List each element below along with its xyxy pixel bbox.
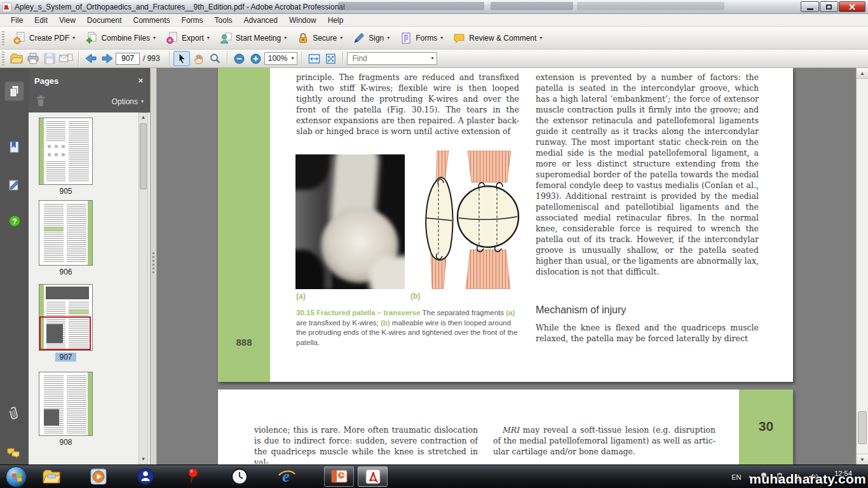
tasks-toolbar: Create PDF ▾ Combine Files ▾ Export ▾ [0, 27, 868, 50]
zoom-out-button[interactable] [231, 51, 248, 66]
email-button[interactable] [58, 51, 74, 66]
zoom-in-button[interactable] [248, 51, 264, 66]
menu-forms[interactable]: Forms [176, 15, 209, 26]
title-bar: Apley_s_System_of_Orthopaedics_and_Fract… [0, 0, 868, 14]
taskbar-powerpoint-button[interactable] [324, 466, 354, 487]
panel-splitter[interactable] [150, 68, 157, 464]
bookmarks-tab[interactable] [4, 137, 24, 157]
find-box[interactable]: ▾ [347, 52, 437, 65]
print-button[interactable] [25, 51, 41, 66]
media-player-icon [90, 468, 107, 485]
taskbar-blue-app-icon[interactable] [136, 467, 155, 486]
menu-edit[interactable]: Edit [29, 15, 53, 26]
menu-comments[interactable]: Comments [128, 15, 176, 26]
page-thumbnail-906[interactable] [39, 200, 93, 266]
pages-panel-close[interactable]: × [138, 76, 143, 85]
scrollbar-thumb[interactable] [858, 411, 867, 444]
windows-flag-icon [12, 473, 22, 482]
find-input[interactable] [351, 53, 421, 64]
fit-page-button[interactable] [322, 51, 339, 66]
background-window-artifact [338, 2, 484, 10]
toolbar-grip[interactable] [2, 51, 4, 65]
page-view-indicator[interactable] [39, 316, 91, 350]
pages-options-button[interactable]: Options ▾ [112, 97, 144, 106]
fit-width-button[interactable] [306, 51, 322, 66]
pages-icon [8, 85, 22, 98]
pages-panel-title: Pages [34, 76, 58, 86]
scrollbar-thumb[interactable] [140, 123, 147, 189]
zoom-level-select[interactable]: 100% ▾ [264, 52, 298, 65]
next-arrow-icon [101, 53, 114, 64]
printer-icon [27, 53, 39, 64]
menu-file[interactable]: File [5, 15, 29, 26]
taskbar-media-player-icon[interactable] [89, 467, 108, 486]
minimize-button[interactable] [801, 1, 819, 12]
next-page-button[interactable] [99, 51, 116, 66]
start-button[interactable] [6, 466, 27, 487]
dropdown-caret-icon: ▾ [153, 36, 156, 41]
forms-button[interactable]: Forms ▾ [395, 30, 448, 46]
figure-caption: 30.15 Fractured patella – transverse The… [296, 308, 522, 348]
combine-files-icon [85, 32, 98, 44]
save-icon [44, 53, 55, 64]
scroll-down-icon[interactable]: ▼ [857, 454, 868, 464]
delete-page-button[interactable] [35, 95, 46, 110]
menu-advanced[interactable]: Advanced [238, 15, 283, 26]
document-scrollbar[interactable]: ▲ ▼ [856, 68, 868, 464]
secure-button[interactable]: Secure ▾ [292, 30, 348, 46]
cursor-icon [176, 53, 187, 64]
taskbar-internet-explorer-icon[interactable]: e [277, 467, 296, 486]
close-button[interactable] [839, 1, 865, 12]
toolbar-grip[interactable] [2, 31, 4, 45]
scroll-up-icon[interactable]: ▲ [857, 68, 868, 79]
open-button[interactable] [8, 51, 25, 66]
taskbar-clock-app-icon[interactable] [230, 467, 249, 486]
zoom-in-icon [250, 53, 261, 64]
menu-document[interactable]: Document [81, 15, 128, 26]
scroll-down-icon[interactable]: ▼ [139, 455, 147, 464]
language-indicator[interactable]: EN [731, 473, 741, 481]
comments-tab[interactable] [4, 444, 24, 463]
thumbnail-scrollbar[interactable]: ▲ ▼ [139, 112, 148, 464]
page-thumbnail-908[interactable] [39, 372, 93, 436]
attachments-tab[interactable] [4, 403, 24, 423]
maximize-button[interactable] [820, 1, 838, 12]
folder-icon [43, 469, 60, 484]
page-number-input[interactable] [116, 53, 140, 65]
hand-tool-button[interactable] [190, 51, 207, 66]
signatures-tab[interactable] [4, 175, 24, 195]
page-thumbnail-905[interactable] [39, 118, 93, 185]
export-icon [166, 32, 179, 44]
powerpoint-icon [331, 469, 348, 484]
how-to-tab[interactable]: ? [4, 211, 24, 231]
window-title: Apley_s_System_of_Orthopaedics_and_Fract… [15, 3, 345, 11]
section-heading: Mechanism of injury [536, 304, 626, 316]
save-button[interactable] [41, 51, 58, 66]
taskbar-explorer-icon[interactable] [42, 467, 61, 486]
export-button[interactable]: Export ▾ [161, 30, 215, 46]
create-pdf-button[interactable]: Create PDF ▾ [8, 30, 80, 46]
separator [78, 51, 79, 65]
menu-tools[interactable]: Tools [209, 15, 238, 26]
pdf-page-888: 888 principle. The fragments are reduced… [218, 68, 793, 382]
zoom-marquee-button[interactable] [207, 51, 223, 66]
start-meeting-button[interactable]: Start Meeting ▾ [215, 30, 292, 46]
combine-files-button[interactable]: Combine Files ▾ [80, 30, 161, 46]
figure-30-15b-illustration [412, 151, 520, 289]
comment-bubble-icon [453, 32, 466, 44]
pages-tab[interactable] [4, 81, 24, 101]
trash-icon [35, 95, 46, 107]
review-comment-button[interactable]: Review & Comment ▾ [448, 30, 547, 46]
select-tool-button[interactable] [173, 51, 190, 66]
taskbar-acrobat-button[interactable] [358, 466, 388, 487]
previous-arrow-icon [85, 53, 97, 64]
menu-view[interactable]: View [53, 15, 81, 26]
page-thumbnail-907[interactable] [39, 284, 93, 351]
menu-window[interactable]: Window [283, 15, 322, 26]
previous-page-button[interactable] [83, 51, 99, 66]
menu-help[interactable]: Help [322, 15, 349, 26]
scroll-up-icon[interactable]: ▲ [139, 113, 147, 122]
menu-bar: File Edit View Document Comments Forms T… [0, 14, 868, 27]
taskbar-pin-app-icon[interactable] [183, 467, 202, 486]
sign-button[interactable]: Sign ▾ [348, 30, 395, 46]
